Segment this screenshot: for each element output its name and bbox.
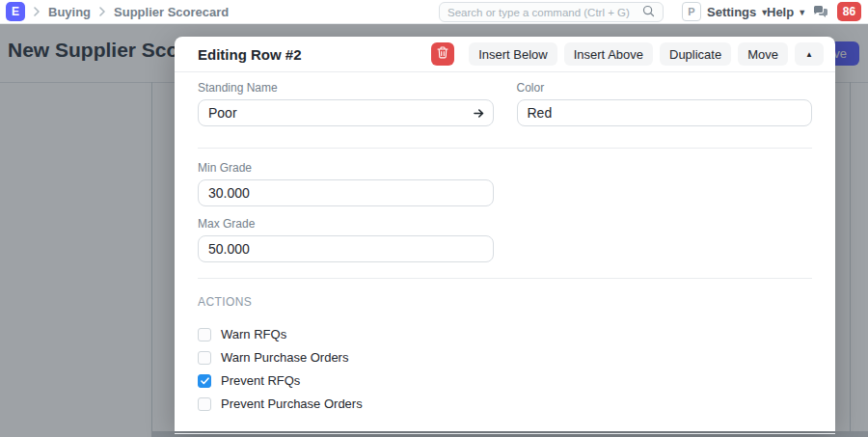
actions-section: ACTIONS Warn RFQs Warn Purchase Orders P… (198, 279, 812, 433)
breadcrumb-supplier-scorecard[interactable]: Supplier Scorecard (114, 5, 229, 19)
modal-title: Editing Row #2 (198, 46, 431, 63)
max-grade-input[interactable] (198, 235, 494, 262)
min-grade-label: Min Grade (198, 161, 812, 175)
checkbox-label: Prevent RFQs (221, 373, 300, 388)
color-field: Color (517, 81, 813, 126)
checkbox-checked-icon[interactable] (198, 374, 211, 388)
prevent-rfqs-checkbox-row[interactable]: Prevent RFQs (198, 373, 812, 388)
help-label: Help (767, 5, 794, 19)
insert-above-button[interactable]: Insert Above (564, 42, 653, 66)
checkbox-unchecked-icon[interactable] (198, 397, 211, 411)
modal-header: Editing Row #2 Insert Below Insert Above… (175, 37, 835, 72)
app-logo[interactable]: E (6, 2, 25, 21)
modal-footer: – Ctrl + Up , Ctrl + Down , ESC Insert B… (175, 433, 835, 437)
help-menu[interactable]: Help ▼ (767, 0, 806, 24)
min-grade-field: Min Grade (198, 161, 812, 206)
global-search[interactable] (439, 2, 664, 22)
delete-row-button[interactable] (431, 42, 454, 66)
name-color-section: Standing Name Color (198, 72, 812, 149)
min-grade-input[interactable] (198, 179, 494, 206)
collapse-row-button[interactable]: ▲ (795, 42, 824, 66)
max-grade-field: Max Grade (198, 217, 812, 262)
modal-body: Standing Name Color (175, 72, 835, 433)
search-icon (642, 4, 655, 21)
notification-badge[interactable]: 86 (837, 2, 861, 21)
triangle-up-icon: ▲ (805, 50, 813, 59)
color-label: Color (517, 81, 813, 95)
app-window: New Supplier Scorecard Save E Buying Sup… (0, 0, 868, 437)
search-input[interactable] (448, 7, 642, 18)
duplicate-button[interactable]: Duplicate (660, 42, 731, 66)
checkbox-label: Prevent Purchase Orders (221, 396, 363, 411)
max-grade-label: Max Grade (198, 217, 812, 231)
checkbox-label: Warn Purchase Orders (221, 350, 348, 365)
actions-heading: ACTIONS (198, 295, 812, 309)
standing-name-input[interactable] (198, 99, 494, 126)
avatar[interactable]: P (682, 2, 701, 21)
prevent-purchase-orders-checkbox-row[interactable]: Prevent Purchase Orders (198, 396, 812, 411)
checkbox-label: Warn RFQs (221, 327, 286, 341)
insert-below-button[interactable]: Insert Below (469, 42, 557, 66)
open-link-arrow-icon[interactable] (473, 106, 485, 123)
chevron-down-icon: ▼ (798, 8, 806, 17)
trash-icon (437, 46, 448, 62)
breadcrumb-buying[interactable]: Buying (48, 5, 91, 19)
warn-purchase-orders-checkbox-row[interactable]: Warn Purchase Orders (198, 350, 812, 365)
checkbox-unchecked-icon[interactable] (198, 351, 211, 365)
settings-label: Settings (707, 5, 756, 19)
move-button[interactable]: Move (738, 42, 788, 66)
settings-menu[interactable]: Settings ▼ (707, 0, 769, 24)
chevron-right-icon (33, 7, 41, 16)
grades-section: Min Grade Max Grade (198, 149, 812, 279)
color-input[interactable] (517, 99, 813, 126)
warn-rfqs-checkbox-row[interactable]: Warn RFQs (198, 327, 812, 341)
standing-name-field: Standing Name (198, 81, 494, 126)
chat-icon[interactable] (813, 5, 828, 22)
checkbox-unchecked-icon[interactable] (198, 328, 211, 341)
row-edit-modal: Editing Row #2 Insert Below Insert Above… (175, 37, 835, 431)
chevron-right-icon (98, 7, 106, 16)
standing-name-label: Standing Name (198, 81, 494, 95)
navbar: E Buying Supplier Scorecard P Settings ▼… (0, 0, 868, 24)
